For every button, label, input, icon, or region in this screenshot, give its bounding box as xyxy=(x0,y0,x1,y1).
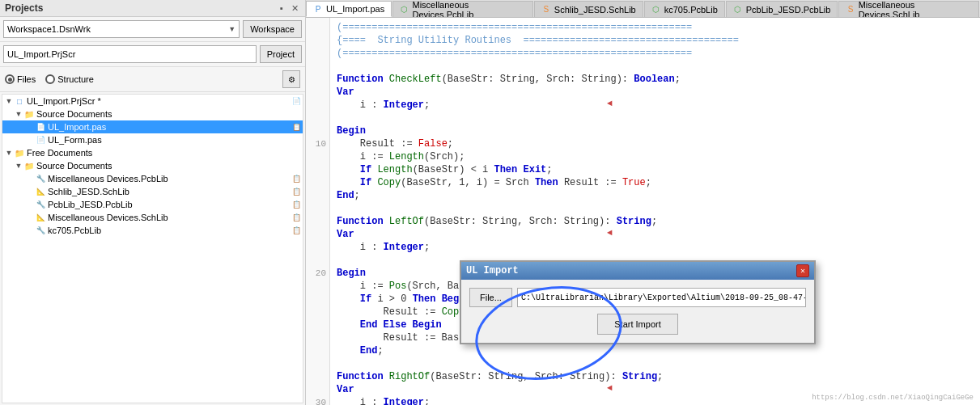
start-import-button[interactable]: Start Import xyxy=(597,314,677,335)
code-line: Var xyxy=(337,228,974,241)
expand-icon xyxy=(25,200,35,209)
code-line: Result := False; xyxy=(337,137,974,150)
view-toggle: Files Structure ⚙ xyxy=(0,67,305,92)
code-line xyxy=(337,60,974,73)
pcb-tab-icon-3: ⬡ xyxy=(733,5,743,15)
watermark: https://blog.csdn.net/XiaoQingCaiGeGe xyxy=(812,394,974,402)
dialog-close-button[interactable]: ✕ xyxy=(796,264,809,277)
code-editor[interactable]: 10 20 xyxy=(306,18,980,405)
structure-radio-btn[interactable] xyxy=(45,74,55,84)
expand-icon: ▼ xyxy=(14,161,23,171)
panel-header: Projects ▪ ✕ xyxy=(0,0,305,17)
file-button[interactable]: File... xyxy=(469,288,512,307)
expand-icon xyxy=(25,122,35,132)
pascal-tab-icon: P xyxy=(313,4,323,14)
code-line: {==== String Utility Routines ==========… xyxy=(337,34,974,47)
workspace-dropdown[interactable]: Workspace1.DsnWrk ▼ xyxy=(3,20,240,38)
tree-label-misc-pcblib: Miscellaneous Devices.PcbLib xyxy=(48,174,291,184)
tree-label-pcblib-jesd: PcbLib_JESD.PcbLib xyxy=(48,200,291,209)
tree-item-misc-schlib[interactable]: 📐 Miscellaneous Devices.SchLib 📋 xyxy=(2,211,303,224)
code-line: Function LeftOf(BaseStr: String, Srch: S… xyxy=(337,215,974,228)
dropdown-arrow-icon: ▼ xyxy=(228,25,235,33)
tree-item-ul-form-pas[interactable]: 📄 UL_Form.pas xyxy=(2,133,303,146)
dialog-body: File... C:\UltraLibrarian\Library\Export… xyxy=(461,280,814,343)
pcblib-icon-2: 🔧 xyxy=(35,199,46,210)
tree-item-ul-import-pas[interactable]: 📄 UL_Import.pas 📋 xyxy=(2,120,303,133)
dialog-import-row: Start Import xyxy=(469,314,806,335)
tabs-bar: P UL_Import.pas ⬡ Miscellaneous Devices.… xyxy=(306,0,980,18)
expand-icon: ▼ xyxy=(4,148,14,158)
tab-pcblib-jesd[interactable]: ⬡ PcbLib_JESD.PcbLib xyxy=(726,1,838,17)
ul-import-dialog: UL Import ✕ File... C:\UltraLibrarian\Li… xyxy=(460,260,816,344)
tree-item-kc705[interactable]: 🔧 kc705.PcbLib 📋 xyxy=(2,224,303,237)
dialog-path-display: C:\UltraLibrarian\Library\Exported\Altiu… xyxy=(517,288,806,307)
tree-label-source-docs-1: Source Documents xyxy=(36,109,303,119)
expand-icon xyxy=(25,135,35,145)
files-radio-btn[interactable] xyxy=(5,74,15,84)
tree-label-ul-import-pas: UL_Import.pas xyxy=(48,122,291,132)
tab-schlib-jesd[interactable]: S Schlib_JESD.SchLib xyxy=(534,1,643,17)
project-button[interactable]: Project xyxy=(260,45,302,63)
tab-kc705[interactable]: ⬡ kc705.PcbLib xyxy=(644,1,725,17)
tree-item-source-docs-1[interactable]: ▼ 📁 Source Documents xyxy=(2,108,303,120)
folder-icon-2: 📁 xyxy=(23,160,35,171)
code-line xyxy=(337,202,974,215)
tab-label-kc705: kc705.PcbLib xyxy=(664,5,718,15)
tab-ul-import-pas[interactable]: P UL_Import.pas xyxy=(306,1,392,17)
expand-icon xyxy=(25,213,35,222)
pin-icon[interactable]: ▪ xyxy=(276,2,287,14)
expand-icon xyxy=(25,226,35,235)
code-line: End; xyxy=(337,189,974,202)
file-doc-icon-sch2: 📋 xyxy=(291,213,301,222)
view-options-button[interactable]: ⚙ xyxy=(282,70,300,88)
tree-item-project[interactable]: ▼ □ UL_Import.PrjScr * 📄 xyxy=(2,95,303,108)
tab-label-pcblib-jesd: PcbLib_JESD.PcbLib xyxy=(746,5,831,15)
dialog-file-row: File... C:\UltraLibrarian\Library\Export… xyxy=(469,288,806,307)
panel-title: Projects xyxy=(5,2,43,14)
workspace-button[interactable]: Workspace xyxy=(243,20,302,38)
pcb-tab-icon-2: ⬡ xyxy=(651,5,661,15)
tab-label-ul-import-pas: UL_Import.pas xyxy=(326,4,384,14)
tab-label-misc-pcblib: Miscellaneous Devices.PcbLib xyxy=(412,0,525,18)
code-line: Begin xyxy=(337,124,974,137)
code-content-area[interactable]: (=======================================… xyxy=(330,18,980,405)
structure-radio[interactable]: Structure xyxy=(45,74,94,84)
tree-item-source-docs-2[interactable]: ▼ 📁 Source Documents xyxy=(2,159,303,172)
pcblib-icon-3: 🔧 xyxy=(35,225,46,236)
tree-label-schlib-jesd: Schlib_JESD.SchLib xyxy=(48,187,291,196)
close-panel-icon[interactable]: ✕ xyxy=(289,2,300,14)
tree-item-free-docs[interactable]: ▼ 📁 Free Documents xyxy=(2,146,303,159)
tree-item-misc-pcblib[interactable]: 🔧 Miscellaneous Devices.PcbLib 📋 xyxy=(2,172,303,185)
expand-icon: ▼ xyxy=(4,96,14,106)
files-label: Files xyxy=(17,74,36,84)
structure-label: Structure xyxy=(57,74,94,84)
file-doc-icon-pcb2: 📋 xyxy=(291,200,301,209)
code-line: (=======================================… xyxy=(337,47,974,60)
file-doc-icon-pcb: 📋 xyxy=(291,174,301,184)
expand-icon: ▼ xyxy=(14,109,23,119)
workspace-row: Workspace1.DsnWrk ▼ Workspace xyxy=(0,17,305,42)
code-line: Function CheckLeft(BaseStr: String, Srch… xyxy=(337,73,974,86)
schlib-icon-2: 📐 xyxy=(35,212,46,223)
pascal-file-icon-2: 📄 xyxy=(35,134,46,146)
code-line: If Copy(BaseStr, 1, i) = Srch Then Resul… xyxy=(337,176,974,189)
workspace-dropdown-value: Workspace1.DsnWrk xyxy=(7,24,91,34)
pcb-tab-icon: ⬡ xyxy=(400,5,409,15)
files-radio[interactable]: Files xyxy=(5,74,36,84)
tab-misc-pcblib[interactable]: ⬡ Miscellaneous Devices.PcbLib xyxy=(392,1,533,17)
code-line: Var xyxy=(337,86,974,99)
sch-tab-icon: S xyxy=(541,5,551,15)
tree-item-schlib-jesd[interactable]: 📐 Schlib_JESD.SchLib 📋 xyxy=(2,185,303,198)
file-doc-icon: 📄 xyxy=(291,96,301,106)
code-line: Function RightOf(BaseStr: String, Srch: … xyxy=(337,370,974,383)
folder-icon: 📁 xyxy=(23,108,35,120)
tab-misc-schlib[interactable]: S Miscellaneous Devices.SchLib xyxy=(838,1,979,17)
code-line: i := Length(Srch); xyxy=(337,150,974,163)
code-line xyxy=(337,357,974,370)
code-line: If Length(BaseStr) < i Then Exit; xyxy=(337,163,974,176)
tree-item-pcblib-jesd[interactable]: 🔧 PcbLib_JESD.PcbLib 📋 xyxy=(2,198,303,211)
schlib-icon: 📐 xyxy=(35,186,46,197)
project-icon: □ xyxy=(14,95,25,107)
project-tree[interactable]: ▼ □ UL_Import.PrjScr * 📄 ▼ 📁 Source Docu… xyxy=(2,94,303,403)
file-marker-icon: 📋 xyxy=(291,122,301,132)
